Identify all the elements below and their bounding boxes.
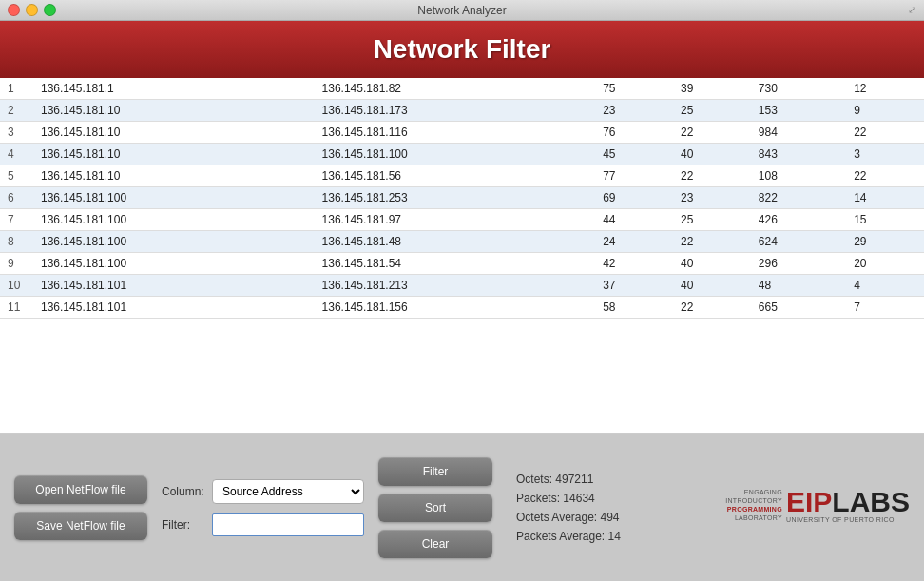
filter-area: Column: Source Address Destination Addre… (162, 479, 364, 536)
table-cell-0: 7 (0, 209, 33, 231)
logo-introductory: INTRODUCTORY (725, 496, 782, 505)
table-cell-6: 7 (846, 297, 924, 319)
table-cell-2: 136.145.181.54 (315, 253, 596, 275)
table-row: 4136.145.181.10136.145.181.10045408433 (0, 144, 924, 165)
table-cell-4: 39 (673, 78, 751, 100)
sort-button[interactable]: Sort (378, 494, 492, 522)
table-cell-4: 40 (673, 253, 751, 275)
logo-engaging: ENGAGING (744, 488, 782, 496)
table-cell-5: 296 (751, 253, 846, 275)
logo-eip: EIP (786, 488, 832, 516)
table-cell-0: 4 (0, 144, 33, 165)
table-cell-1: 136.145.181.10 (33, 165, 315, 187)
packets-avg-stat: Packets Average: 14 (516, 530, 621, 543)
logo-programming: PROGRAMMING (727, 505, 782, 513)
table-cell-2: 136.145.181.173 (315, 100, 596, 122)
bottom-panel: Open NetFlow file Save NetFlow file Colu… (0, 434, 924, 581)
table-cell-3: 69 (595, 187, 673, 209)
table-cell-3: 75 (595, 78, 673, 100)
open-netflow-button[interactable]: Open NetFlow file (14, 475, 147, 504)
table-cell-0: 10 (0, 275, 33, 297)
logo-area: ENGAGING INTRODUCTORY PROGRAMMING LABORA… (725, 488, 910, 528)
table-cell-1: 136.145.181.101 (33, 275, 315, 297)
table-cell-0: 1 (0, 78, 33, 100)
save-netflow-button[interactable]: Save NetFlow file (14, 512, 147, 540)
table-row: 1136.145.181.1136.145.181.82753973012 (0, 78, 924, 100)
table-cell-6: 9 (846, 100, 924, 122)
table-cell-1: 136.145.181.10 (33, 100, 315, 122)
table-cell-5: 108 (751, 165, 846, 187)
column-select[interactable]: Source Address Destination Address Packe… (212, 479, 364, 504)
table-cell-4: 22 (673, 297, 751, 319)
table-row: 2136.145.181.10136.145.181.17323251539 (0, 100, 924, 122)
table-cell-6: 4 (846, 275, 924, 297)
table-cell-0: 11 (0, 297, 33, 319)
app-title: Network Filter (374, 34, 551, 65)
close-button[interactable] (8, 4, 20, 16)
resize-icon: ⤢ (908, 4, 916, 16)
left-buttons: Open NetFlow file Save NetFlow file (14, 475, 147, 540)
data-table: 1136.145.181.1136.145.181.82753973012213… (0, 78, 924, 319)
clear-button[interactable]: Clear (378, 530, 492, 558)
filter-input-row: Filter: (162, 513, 364, 536)
table-cell-1: 136.145.181.100 (33, 253, 315, 275)
window-controls (8, 4, 56, 16)
table-row: 3136.145.181.10136.145.181.116762298422 (0, 122, 924, 144)
table-cell-0: 2 (0, 100, 33, 122)
column-filter-row: Column: Source Address Destination Addre… (162, 479, 364, 504)
table-cell-6: 22 (846, 165, 924, 187)
minimize-button[interactable] (26, 4, 38, 16)
table-cell-4: 40 (673, 144, 751, 165)
table-cell-0: 3 (0, 122, 33, 144)
table-cell-6: 12 (846, 78, 924, 100)
table-cell-6: 15 (846, 209, 924, 231)
table-cell-1: 136.145.181.100 (33, 187, 315, 209)
packets-stat: Packets: 14634 (516, 492, 621, 505)
table-cell-5: 730 (751, 78, 846, 100)
table-cell-5: 426 (751, 209, 846, 231)
table-cell-3: 37 (595, 275, 673, 297)
table-cell-2: 136.145.181.82 (315, 78, 596, 100)
action-buttons: Filter Sort Clear (378, 457, 492, 558)
octets-avg-stat: Octets Average: 494 (516, 511, 621, 524)
table-row: 7136.145.181.100136.145.181.97442542615 (0, 209, 924, 231)
table-cell-1: 136.145.181.100 (33, 231, 315, 253)
table-cell-0: 9 (0, 253, 33, 275)
table-cell-3: 76 (595, 122, 673, 144)
table-cell-5: 624 (751, 231, 846, 253)
logo-laboratory: LABORATORY (735, 513, 782, 522)
table-cell-2: 136.145.181.100 (315, 144, 596, 165)
data-table-container: 1136.145.181.1136.145.181.82753973012213… (0, 78, 924, 434)
table-row: 5136.145.181.10136.145.181.56772210822 (0, 165, 924, 187)
maximize-button[interactable] (44, 4, 56, 16)
table-cell-5: 822 (751, 187, 846, 209)
table-cell-4: 23 (673, 187, 751, 209)
table-cell-6: 22 (846, 122, 924, 144)
title-bar: Network Analyzer ⤢ (0, 0, 924, 21)
main-area: 1136.145.181.1136.145.181.82753973012213… (0, 78, 924, 581)
table-cell-3: 45 (595, 144, 673, 165)
filter-input[interactable] (212, 513, 364, 536)
table-cell-2: 136.145.181.156 (315, 297, 596, 319)
logo-labs: LABS (832, 488, 910, 516)
table-cell-1: 136.145.181.1 (33, 78, 315, 100)
window-title: Network Analyzer (417, 4, 506, 17)
table-cell-5: 665 (751, 297, 846, 319)
table-cell-4: 22 (673, 231, 751, 253)
table-cell-0: 6 (0, 187, 33, 209)
table-cell-1: 136.145.181.101 (33, 297, 315, 319)
table-cell-5: 984 (751, 122, 846, 144)
table-cell-1: 136.145.181.10 (33, 122, 315, 144)
table-cell-2: 136.145.181.97 (315, 209, 596, 231)
logo-university: UNIVERSITY OF PUERTO RICO (786, 516, 895, 523)
table-cell-2: 136.145.181.213 (315, 275, 596, 297)
table-cell-6: 29 (846, 231, 924, 253)
table-cell-2: 136.145.181.48 (315, 231, 596, 253)
stats-area: Octets: 497211 Packets: 14634 Octets Ave… (516, 473, 621, 543)
table-cell-3: 23 (595, 100, 673, 122)
table-cell-3: 44 (595, 209, 673, 231)
app-header: Network Filter (0, 21, 924, 78)
filter-button[interactable]: Filter (378, 457, 492, 486)
table-cell-4: 25 (673, 100, 751, 122)
table-cell-1: 136.145.181.100 (33, 209, 315, 231)
